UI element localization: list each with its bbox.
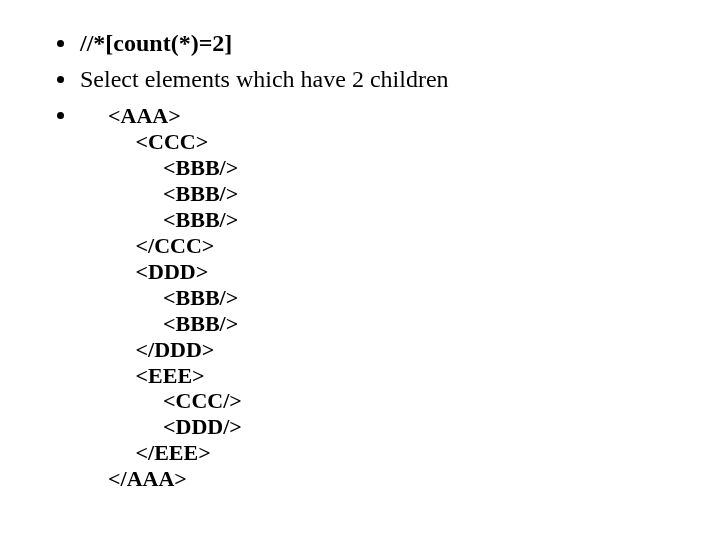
bullet-item-description: Select elements which have 2 children [78, 64, 700, 94]
bullet-item-code: <AAA> <CCC> <BBB/> <BBB/> <BBB/> </CCC> … [78, 100, 700, 492]
slide: //*[count(*)=2] Select elements which ha… [0, 0, 720, 518]
bullet-list: //*[count(*)=2] Select elements which ha… [20, 28, 700, 492]
xml-code-block: <AAA> <CCC> <BBB/> <BBB/> <BBB/> </CCC> … [108, 103, 700, 492]
bullet-item-xpath: //*[count(*)=2] [78, 28, 700, 58]
bullet-text-description: Select elements which have 2 children [80, 66, 449, 92]
bullet-text-xpath: //*[count(*)=2] [80, 30, 232, 56]
